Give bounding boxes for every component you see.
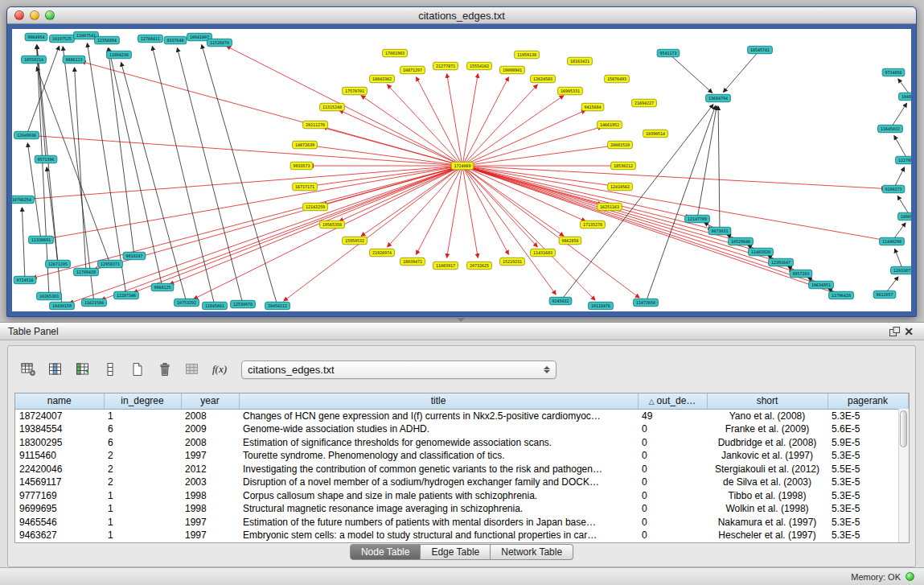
- tab-network-table[interactable]: Network Table: [491, 544, 573, 560]
- graph-node[interactable]: 11709428: [74, 268, 99, 276]
- graph-node[interactable]: 10390514: [643, 130, 668, 138]
- graph-edge[interactable]: [47, 167, 58, 264]
- graph-node[interactable]: 18163421: [568, 57, 593, 65]
- table-scrollbar[interactable]: [898, 409, 909, 542]
- new-column-button[interactable]: [100, 360, 121, 379]
- graph-node[interactable]: 18530212: [611, 162, 636, 170]
- graph-node[interactable]: 10118476: [589, 302, 614, 310]
- graph-node[interactable]: 12410562: [608, 183, 633, 191]
- memory-status-button[interactable]: Memory: OK: [0, 567, 924, 585]
- graph-node[interactable]: 11440298: [880, 237, 905, 245]
- graph-node[interactable]: 15554102: [467, 62, 492, 70]
- select-columns-button[interactable]: [45, 360, 66, 379]
- graph-node[interactable]: 11483920: [749, 248, 774, 256]
- graph-node[interactable]: 9857203: [790, 270, 812, 278]
- graph-node[interactable]: 9673031: [708, 227, 731, 235]
- graph-edge[interactable]: [417, 77, 462, 166]
- graph-edge[interactable]: [361, 96, 462, 166]
- graph-edge[interactable]: [462, 166, 712, 229]
- table-selector-dropdown[interactable]: citations_edges.txt: [241, 360, 556, 379]
- graph-node[interactable]: 15950532: [343, 237, 368, 245]
- graph-edge[interactable]: [462, 77, 508, 166]
- graph-node[interactable]: 9810247: [123, 252, 146, 260]
- graph-edge[interactable]: [697, 106, 717, 219]
- graph-node[interactable]: 16251163: [598, 203, 622, 211]
- graph-edge[interactable]: [69, 166, 462, 303]
- graph-edge[interactable]: [35, 136, 462, 166]
- graph-node[interactable]: 9190273: [882, 185, 905, 193]
- graph-edge[interactable]: [108, 48, 134, 256]
- graph-node[interactable]: 10871297: [400, 66, 425, 74]
- column-header-title[interactable]: title: [239, 393, 638, 409]
- graph-node[interactable]: 11959138: [515, 51, 540, 59]
- graph-edge[interactable]: [88, 43, 126, 295]
- graph-node[interactable]: 9933573: [290, 162, 313, 170]
- graph-edge[interactable]: [462, 166, 564, 236]
- graph-node[interactable]: 11431683: [531, 249, 556, 257]
- graph-edge[interactable]: [462, 166, 834, 293]
- graph-node[interactable]: 10197525: [50, 35, 75, 43]
- graph-node[interactable]: 14872639: [293, 141, 318, 149]
- network-canvas[interactable]: 1724069185302121241056216251163171352789…: [12, 29, 911, 311]
- graph-node[interactable]: 9337648: [164, 36, 187, 44]
- table-row[interactable]: 1830029562008Estimation of significance …: [15, 436, 908, 450]
- column-header-pagerank[interactable]: pagerank: [827, 393, 908, 409]
- graph-node[interactable]: 10265383: [37, 292, 62, 300]
- graph-node[interactable]: 16717171: [293, 183, 318, 191]
- graph-edge[interactable]: [462, 166, 793, 271]
- graph-node[interactable]: 11845661: [203, 302, 228, 310]
- graph-edge[interactable]: [462, 96, 564, 166]
- graph-node[interactable]: 1724069: [451, 162, 474, 170]
- new-table-button[interactable]: [127, 360, 148, 379]
- table-row[interactable]: 911546021997Tourette syndrome. Phenomeno…: [15, 449, 908, 463]
- network-graph[interactable]: 1724069185302121241056216251163171352789…: [12, 29, 911, 311]
- graph-node[interactable]: 11338691: [29, 236, 54, 244]
- graph-edge[interactable]: [121, 63, 187, 303]
- graph-node[interactable]: 20081519: [608, 141, 633, 149]
- graph-node[interactable]: 12278945: [896, 156, 911, 164]
- graph-node[interactable]: 12142259: [303, 203, 328, 211]
- graph-node[interactable]: 20211276: [303, 121, 328, 129]
- table-row[interactable]: 969969511998Structural magnetic resonanc…: [15, 502, 908, 516]
- graph-node[interactable]: 11072650: [634, 299, 659, 307]
- graph-edge[interactable]: [462, 166, 556, 295]
- graph-node[interactable]: 11645032: [878, 125, 903, 133]
- graph-node[interactable]: 17081983: [383, 49, 408, 57]
- graph-node[interactable]: 10753292: [175, 299, 199, 307]
- column-header-name[interactable]: name: [15, 393, 104, 409]
- delete-table-button[interactable]: [154, 360, 175, 379]
- graph-node[interactable]: 12287346: [114, 291, 139, 299]
- graph-node[interactable]: 17135278: [581, 220, 606, 229]
- graph-node[interactable]: 12049936: [14, 131, 39, 139]
- graph-node[interactable]: 11526870: [207, 39, 232, 47]
- window-titlebar[interactable]: citations_edges.txt: [7, 7, 916, 24]
- graph-edge[interactable]: [462, 84, 537, 166]
- graph-edge[interactable]: [462, 74, 478, 166]
- column-header-short[interactable]: short: [707, 393, 827, 409]
- graph-edge[interactable]: [152, 47, 215, 306]
- column-header-indegree[interactable]: in_degree: [104, 393, 181, 409]
- tab-node-table[interactable]: Node Table: [350, 544, 421, 560]
- table-row[interactable]: 1938455462009Genome-wide association stu…: [15, 422, 908, 436]
- graph-edge[interactable]: [101, 166, 462, 300]
- graph-node[interactable]: 9064954: [25, 33, 47, 41]
- graph-edge[interactable]: [22, 208, 25, 280]
- graph-node[interactable]: 9724516: [14, 276, 36, 284]
- graph-node[interactable]: 10529846: [729, 237, 754, 245]
- graph-node[interactable]: 12768411: [138, 35, 163, 43]
- graph-node[interactable]: 12958371: [98, 260, 123, 268]
- graph-node[interactable]: 12530978: [231, 300, 256, 308]
- graph-node[interactable]: 9734856: [882, 68, 905, 76]
- graph-node[interactable]: 10430159: [50, 302, 75, 310]
- graph-node[interactable]: 13684794: [706, 94, 731, 102]
- import-table-button[interactable]: [182, 360, 203, 379]
- graph-node[interactable]: 9245032: [549, 297, 572, 305]
- close-window-button[interactable]: [14, 10, 24, 20]
- graph-edge[interactable]: [462, 127, 602, 166]
- table-row[interactable]: 946362711997Embryonic stem cells: a mode…: [15, 529, 908, 542]
- table-row[interactable]: 1456911722003Disruption of a novel membe…: [15, 476, 908, 489]
- graph-node[interactable]: 14661952: [598, 121, 622, 129]
- graph-edge[interactable]: [194, 166, 462, 299]
- graph-edge[interactable]: [447, 74, 462, 166]
- zoom-window-button[interactable]: [45, 10, 55, 20]
